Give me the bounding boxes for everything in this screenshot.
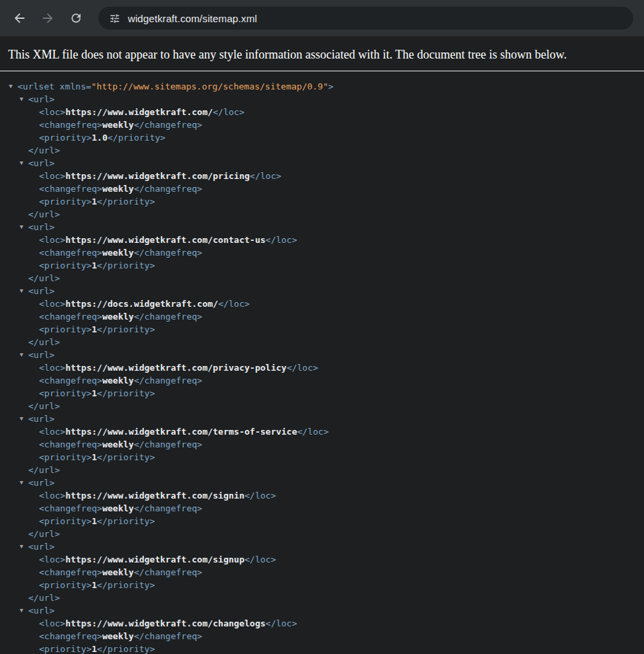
xml-url-open-tag: <url> (28, 606, 55, 616)
xml-loc-line: <loc>https://www.widgetkraft.com/</loc> (0, 106, 644, 118)
xml-priority-open-tag: <priority> (39, 580, 92, 590)
collapse-arrow-icon[interactable]: ▼ (17, 221, 26, 233)
xml-url-open-tag: <url> (28, 350, 55, 360)
xml-priority-close-tag: </priority> (97, 516, 155, 526)
xml-changefreq-close-tag: </changefreq> (134, 312, 203, 322)
xml-changefreq-close-tag: </changefreq> (134, 375, 203, 386)
collapse-arrow-icon[interactable]: ▼ (17, 93, 26, 106)
site-info-tune-icon[interactable] (109, 13, 120, 24)
xml-changefreq-close-tag: </changefreq> (134, 184, 203, 194)
xml-priority-line: <priority>1</priority> (0, 323, 644, 336)
xml-changefreq-line: <changefreq>weekly</changefreq> (0, 566, 644, 579)
xml-priority-close-tag: </priority> (97, 644, 155, 654)
xml-changefreq-open-tag: <changefreq> (39, 503, 102, 513)
xml-root-tag-close-bracket: > (328, 81, 334, 92)
address-bar[interactable]: widgetkraft.com/sitemap.xml (98, 7, 633, 30)
collapse-arrow-icon[interactable]: ▼ (17, 349, 26, 361)
xml-loc-open-tag: <loc> (39, 171, 65, 181)
xml-url-close-line: </url> (0, 144, 644, 157)
xml-url-close-line: </url> (0, 400, 644, 412)
xml-priority-open-tag: <priority> (39, 644, 92, 654)
xml-priority-line: <priority>1</priority> (0, 259, 644, 272)
xml-priority-line: <priority>1</priority> (0, 643, 644, 654)
xml-priority-close-tag: </priority> (97, 452, 155, 462)
collapse-arrow-icon[interactable]: ▼ (17, 604, 26, 617)
xml-priority-value: 1 (92, 196, 97, 207)
xml-loc-line: <loc>https://www.widgetkraft.com/signin<… (0, 489, 644, 502)
xml-url-close-tag: </url> (28, 401, 60, 411)
xml-loc-close-tag: </loc> (218, 299, 250, 309)
collapse-arrow-icon[interactable]: ▼ (17, 157, 26, 170)
forward-arrow-icon (40, 11, 55, 26)
xml-changefreq-line: <changefreq>weekly</changefreq> (0, 502, 644, 515)
xml-url-close-tag: </url> (28, 145, 60, 155)
xml-url-open-line: ▼<url> (0, 221, 644, 233)
xml-url-open-tag: <url> (28, 222, 55, 232)
collapse-arrow-icon[interactable]: ▼ (17, 476, 26, 489)
collapse-arrow-icon[interactable]: ▼ (17, 540, 26, 553)
xml-changefreq-value: weekly (102, 567, 134, 577)
xml-changefreq-close-tag: </changefreq> (134, 439, 203, 449)
xml-changefreq-line: <changefreq>weekly</changefreq> (0, 374, 644, 387)
collapse-arrow-icon[interactable]: ▼ (17, 412, 26, 425)
xml-changefreq-value: weekly (102, 631, 134, 641)
xml-changefreq-open-tag: <changefreq> (39, 375, 102, 386)
xml-loc-line: <loc>https://www.widgetkraft.com/contact… (0, 233, 644, 246)
xml-changefreq-close-tag: </changefreq> (134, 567, 203, 577)
xml-loc-value: https://www.widgetkraft.com/contact-us (65, 235, 265, 245)
xml-changefreq-close-tag: </changefreq> (134, 120, 203, 130)
xml-priority-value: 1 (92, 260, 97, 270)
xml-url-close-line: </url> (0, 336, 644, 349)
xml-url-open-tag: <url> (28, 414, 55, 424)
xml-loc-close-tag: </loc> (244, 554, 276, 565)
xml-priority-open-tag: <priority> (39, 516, 92, 526)
xml-loc-close-tag: </loc> (287, 363, 318, 373)
xml-url-close-tag: </url> (28, 593, 60, 603)
back-button[interactable] (7, 5, 32, 31)
xml-loc-close-tag: </loc> (213, 107, 244, 117)
xml-priority-open-tag: <priority> (39, 452, 92, 462)
xml-changefreq-line: <changefreq>weekly</changefreq> (0, 310, 644, 323)
browser-toolbar: widgetkraft.com/sitemap.xml (0, 0, 644, 36)
xml-priority-value: 1 (92, 644, 97, 654)
xml-url-open-tag: <url> (28, 94, 55, 104)
xml-url-close-line: </url> (0, 464, 644, 476)
xml-priority-value: 1 (92, 452, 97, 462)
xml-changefreq-open-tag: <changefreq> (39, 312, 102, 322)
xml-changefreq-open-tag: <changefreq> (39, 439, 102, 449)
xml-priority-line: <priority>1</priority> (0, 579, 644, 591)
xml-url-open-line: ▼<url> (0, 349, 644, 361)
xml-url-close-line: </url> (0, 272, 644, 285)
xml-loc-open-tag: <loc> (39, 618, 65, 628)
xml-loc-line: <loc>https://www.widgetkraft.com/terms-o… (0, 425, 644, 438)
xml-changefreq-close-tag: </changefreq> (134, 631, 203, 641)
xml-loc-close-tag: </loc> (250, 171, 281, 181)
collapse-arrow-icon[interactable]: ▼ (17, 285, 26, 297)
xml-loc-value: https://www.widgetkraft.com/signup (65, 554, 244, 565)
xml-url-open-tag: <url> (28, 478, 55, 488)
xml-url-open-line: ▼<url> (0, 412, 644, 425)
xml-loc-value: https://www.widgetkraft.com/signin (65, 490, 244, 501)
xml-changefreq-value: weekly (102, 312, 134, 322)
xml-url-open-line: ▼<url> (0, 285, 644, 297)
xml-url-close-tag: </url> (28, 273, 60, 283)
xml-changefreq-close-tag: </changefreq> (134, 248, 203, 258)
xml-loc-open-tag: <loc> (39, 427, 65, 437)
xml-url-close-line: </url> (0, 591, 644, 604)
xml-priority-value: 1 (92, 580, 97, 590)
xml-priority-close-tag: </priority> (97, 196, 155, 207)
reload-button[interactable] (63, 5, 89, 31)
collapse-arrow-icon[interactable]: ▼ (6, 80, 15, 93)
xml-root-tag: <urlset xmlns= (17, 81, 92, 92)
xml-priority-value: 1 (92, 388, 97, 398)
xml-priority-close-tag: </priority> (97, 580, 155, 590)
xml-loc-value: https://www.widgetkraft.com/terms-of-ser… (65, 427, 297, 437)
xml-changefreq-value: weekly (102, 184, 134, 194)
xml-priority-close-tag: </priority> (97, 388, 155, 398)
forward-button[interactable] (35, 5, 61, 31)
xml-loc-value: https://docs.widgetkraft.com/ (65, 299, 218, 309)
xml-priority-open-tag: <priority> (39, 260, 92, 270)
xml-loc-line: <loc>https://www.widgetkraft.com/signup<… (0, 553, 644, 566)
xml-changefreq-line: <changefreq>weekly</changefreq> (0, 118, 644, 131)
xml-root-attr-value: "http://www.sitemaps.org/schemas/sitemap… (92, 81, 328, 92)
